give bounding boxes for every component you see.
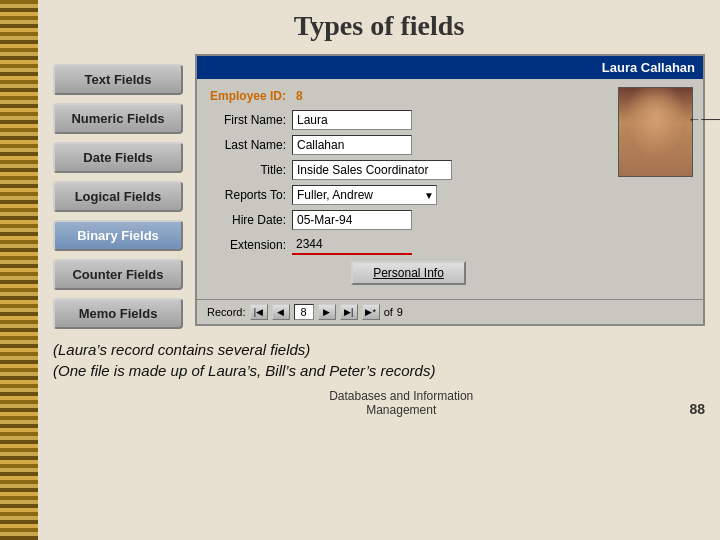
form-header: Laura Callahan (197, 56, 703, 79)
form-body: Employee ID: 8 First Name: Laura Last Na… (197, 79, 703, 299)
hire-date-row: Hire Date: 05-Mar-94 (207, 210, 610, 230)
reports-to-row: Reports To: Fuller, Andrew (207, 185, 610, 205)
employee-photo (618, 87, 693, 177)
caption-line2: (One file is made up of Laura’s, Bill’s … (53, 360, 705, 381)
title-value[interactable]: Inside Sales Coordinator (292, 160, 452, 180)
caption-line1: (Laura’s record contains several fields) (53, 339, 705, 360)
nav-next-button[interactable]: ▶ (318, 304, 336, 320)
text-fields-button[interactable]: Text Fields (53, 64, 183, 95)
nav-prev-button[interactable]: ◀ (272, 304, 290, 320)
db-fields: Employee ID: 8 First Name: Laura Last Na… (207, 87, 610, 291)
last-name-label: Last Name: (207, 138, 292, 152)
page-title: Types of fields (53, 10, 705, 42)
first-name-row: First Name: Laura (207, 110, 610, 130)
employee-id-value: 8 (292, 87, 412, 105)
arrow-indicator: ←── (687, 111, 720, 127)
reports-to-label: Reports To: (207, 188, 292, 202)
db-form: Laura Callahan Employee ID: 8 First Name… (195, 54, 705, 326)
nav-last-button[interactable]: ▶| (340, 304, 358, 320)
photo-face (619, 88, 692, 176)
hire-date-value[interactable]: 05-Mar-94 (292, 210, 412, 230)
nav-of-label: of (384, 306, 393, 318)
extension-row: Extension: 2344 (207, 235, 610, 255)
content-area: Text Fields Numeric Fields Date Fields L… (53, 54, 705, 329)
record-label: Record: (207, 306, 246, 318)
reports-to-value[interactable]: Fuller, Andrew (292, 185, 437, 205)
first-name-label: First Name: (207, 113, 292, 127)
extension-label: Extension: (207, 238, 292, 252)
footer-center: Databases and InformationManagement (113, 389, 689, 417)
title-label: Title: (207, 163, 292, 177)
hire-date-label: Hire Date: (207, 213, 292, 227)
field-types-sidebar: Text Fields Numeric Fields Date Fields L… (53, 54, 183, 329)
nav-new-button[interactable]: ▶* (362, 304, 380, 320)
personal-info-button[interactable]: Personal Info (351, 261, 466, 285)
footer-row: Databases and InformationManagement 88 (53, 389, 705, 417)
title-row: Title: Inside Sales Coordinator (207, 160, 610, 180)
logical-fields-button[interactable]: Logical Fields (53, 181, 183, 212)
footer-text: Databases and InformationManagement (329, 389, 473, 417)
decorative-border (0, 0, 38, 540)
nav-total: 9 (397, 306, 403, 318)
nav-current: 8 (294, 304, 314, 320)
binary-fields-button[interactable]: Binary Fields (53, 220, 183, 251)
employee-id-label: Employee ID: (207, 89, 292, 103)
footer-page-number: 88 (689, 401, 705, 417)
employee-id-row: Employee ID: 8 (207, 87, 610, 105)
extension-value[interactable]: 2344 (292, 235, 412, 255)
date-fields-button[interactable]: Date Fields (53, 142, 183, 173)
nav-bar: Record: |◀ ◀ 8 ▶ ▶| ▶* of 9 (197, 299, 703, 324)
memo-fields-button[interactable]: Memo Fields (53, 298, 183, 329)
first-name-value[interactable]: Laura (292, 110, 412, 130)
last-name-row: Last Name: Callahan (207, 135, 610, 155)
numeric-fields-button[interactable]: Numeric Fields (53, 103, 183, 134)
counter-fields-button[interactable]: Counter Fields (53, 259, 183, 290)
nav-first-button[interactable]: |◀ (250, 304, 268, 320)
last-name-value[interactable]: Callahan (292, 135, 412, 155)
photo-area (618, 87, 693, 291)
bottom-section: (Laura’s record contains several fields)… (53, 339, 705, 417)
main-content: Types of fields Text Fields Numeric Fiel… (38, 0, 720, 540)
